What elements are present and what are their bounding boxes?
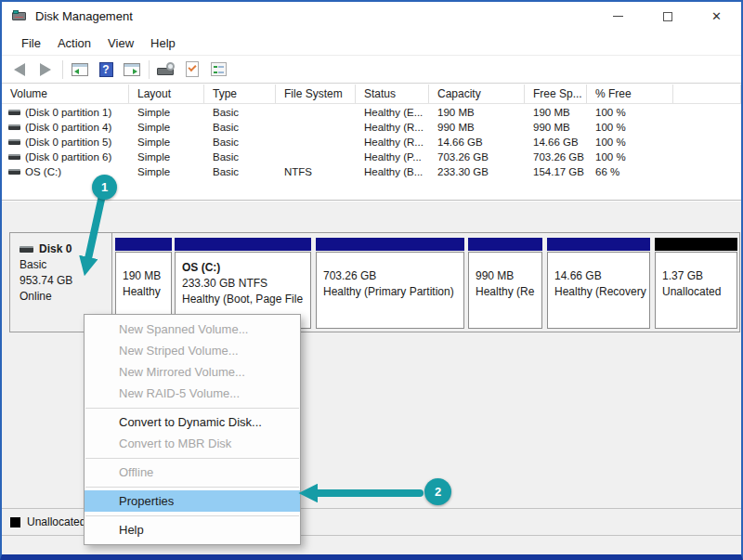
menu-item-new-spanned-volume: New Spanned Volume... bbox=[85, 319, 300, 340]
menu-item-offline: Offline bbox=[85, 462, 300, 483]
partition-status: Unallocated bbox=[662, 284, 735, 300]
show-action-pane-button[interactable] bbox=[119, 59, 145, 81]
volume-name: (Disk 0 partition 5) bbox=[25, 135, 111, 150]
volume-icon bbox=[8, 124, 20, 130]
volume-name: (Disk 0 partition 4) bbox=[25, 120, 111, 135]
menu-item-new-mirrored-volume: New Mirrored Volume... bbox=[85, 361, 300, 383]
cell-filesystem bbox=[276, 135, 356, 150]
cell-freespace: 154.17 GB bbox=[525, 164, 587, 179]
cell-filesystem: NTFS bbox=[276, 164, 356, 179]
partition-size: 14.66 GB bbox=[554, 268, 647, 284]
show-console-tree-icon bbox=[72, 63, 88, 76]
volume-table-header: Volume Layout Type File System Status Ca… bbox=[2, 85, 741, 104]
close-button[interactable]: ✕ bbox=[692, 2, 741, 31]
partition-size: 1.37 GB bbox=[662, 268, 735, 284]
menu-separator bbox=[85, 515, 299, 516]
partition-block[interactable]: 14.66 GB Healthy (Recovery bbox=[547, 238, 650, 329]
cell-freespace: 703.26 GB bbox=[525, 150, 587, 164]
toolbar-separator bbox=[62, 60, 63, 79]
disk-status: Online bbox=[20, 289, 111, 305]
minimize-icon bbox=[613, 16, 623, 17]
unallocated-color-bar bbox=[655, 238, 737, 251]
column-header-volume[interactable]: Volume bbox=[2, 85, 129, 103]
menu-action[interactable]: Action bbox=[49, 33, 99, 54]
cell-type: Basic bbox=[204, 135, 276, 150]
cell-type: Basic bbox=[204, 150, 276, 164]
cell-filesystem bbox=[276, 150, 356, 164]
table-row[interactable]: (Disk 0 partition 4) Simple Basic Health… bbox=[2, 120, 741, 135]
partition-status: Healthy (Boot, Page File bbox=[182, 292, 308, 307]
cell-layout: Simple bbox=[129, 164, 204, 179]
task-list-icon bbox=[211, 62, 227, 76]
back-button[interactable] bbox=[7, 59, 33, 81]
volume-icon bbox=[8, 139, 20, 145]
cell-layout: Simple bbox=[129, 135, 204, 150]
partition-color-bar bbox=[115, 238, 172, 251]
menu-item-convert-to-mbr-disk: Convert to MBR Disk bbox=[85, 433, 300, 454]
cell-freespace: 190 MB bbox=[525, 105, 587, 120]
cell-type: Basic bbox=[204, 164, 276, 179]
table-row[interactable]: (Disk 0 partition 6) Simple Basic Health… bbox=[2, 150, 741, 164]
partition-status: Healthy (Recovery bbox=[554, 284, 647, 300]
column-header-capacity[interactable]: Capacity bbox=[429, 85, 525, 103]
partition-block[interactable]: 990 MB Healthy (Re bbox=[468, 238, 542, 329]
cell-capacity: 703.26 GB bbox=[429, 150, 525, 164]
maximize-button[interactable] bbox=[643, 2, 692, 31]
partition-status: Healthy (Primary Partition) bbox=[323, 284, 462, 300]
cell-layout: Simple bbox=[129, 120, 204, 135]
cell-filesystem bbox=[276, 105, 356, 120]
column-header-type[interactable]: Type bbox=[204, 85, 276, 103]
close-icon: ✕ bbox=[711, 10, 722, 22]
minimize-button[interactable] bbox=[593, 2, 643, 31]
menu-item-new-striped-volume: New Striped Volume... bbox=[85, 340, 300, 361]
cell-layout: Simple bbox=[129, 105, 204, 120]
maximize-icon bbox=[663, 12, 672, 21]
table-row[interactable]: (Disk 0 partition 1) Simple Basic Health… bbox=[2, 105, 741, 120]
step-1-badge: 1 bbox=[92, 175, 117, 200]
column-header-layout[interactable]: Layout bbox=[129, 85, 204, 103]
table-row[interactable]: (Disk 0 partition 5) Simple Basic Health… bbox=[2, 135, 741, 150]
column-header-blank bbox=[673, 85, 741, 103]
partition-size: 990 MB bbox=[476, 268, 540, 284]
check-disk-button[interactable] bbox=[179, 59, 205, 81]
cell-capacity: 14.66 GB bbox=[429, 135, 525, 150]
menu-item-new-raid5-volume: New RAID-5 Volume... bbox=[85, 383, 300, 404]
cell-status: Healthy (B... bbox=[356, 164, 429, 179]
column-header-pctfree[interactable]: % Free bbox=[587, 85, 673, 103]
back-icon bbox=[14, 63, 25, 76]
menu-item-convert-to-dynamic-disk[interactable]: Convert to Dynamic Disk... bbox=[85, 411, 300, 433]
rescan-disks-button[interactable] bbox=[153, 59, 179, 81]
cell-pctfree: 100 % bbox=[587, 105, 673, 120]
rescan-disks-icon bbox=[157, 62, 176, 77]
partition-color-bar bbox=[316, 238, 464, 251]
show-console-tree-button[interactable] bbox=[67, 59, 93, 81]
menu-item-properties[interactable]: Properties bbox=[85, 490, 300, 512]
help-button[interactable]: ? bbox=[93, 59, 119, 81]
view-options-button[interactable] bbox=[205, 59, 231, 81]
cell-type: Basic bbox=[204, 105, 276, 120]
partition-block[interactable]: 703.26 GB Healthy (Primary Partition) bbox=[316, 238, 464, 329]
cell-capacity: 990 MB bbox=[429, 120, 525, 135]
partition-color-bar bbox=[547, 238, 650, 251]
disk-type: Basic bbox=[20, 257, 111, 273]
partition-status: Healthy (Re bbox=[476, 284, 540, 300]
menu-view[interactable]: View bbox=[99, 33, 142, 54]
cell-filesystem bbox=[276, 120, 356, 135]
menu-file[interactable]: File bbox=[13, 33, 49, 54]
menu-item-help[interactable]: Help bbox=[85, 519, 300, 540]
cell-type: Basic bbox=[204, 120, 276, 135]
volume-icon bbox=[8, 169, 20, 175]
column-header-status[interactable]: Status bbox=[356, 85, 429, 103]
cell-pctfree: 100 % bbox=[587, 135, 673, 150]
partition-status: Healthy bbox=[123, 284, 169, 300]
partition-size: 190 MB bbox=[123, 268, 169, 284]
forward-button[interactable] bbox=[33, 59, 59, 81]
column-header-freespace[interactable]: Free Sp... bbox=[525, 85, 587, 103]
cell-status: Healthy (E... bbox=[356, 105, 429, 120]
volume-icon bbox=[8, 154, 20, 160]
unallocated-block[interactable]: 1.37 GB Unallocated bbox=[655, 238, 737, 329]
volume-icon bbox=[8, 110, 20, 115]
column-header-filesystem[interactable]: File System bbox=[276, 85, 356, 103]
check-document-icon bbox=[186, 61, 199, 77]
menu-help[interactable]: Help bbox=[142, 33, 184, 54]
